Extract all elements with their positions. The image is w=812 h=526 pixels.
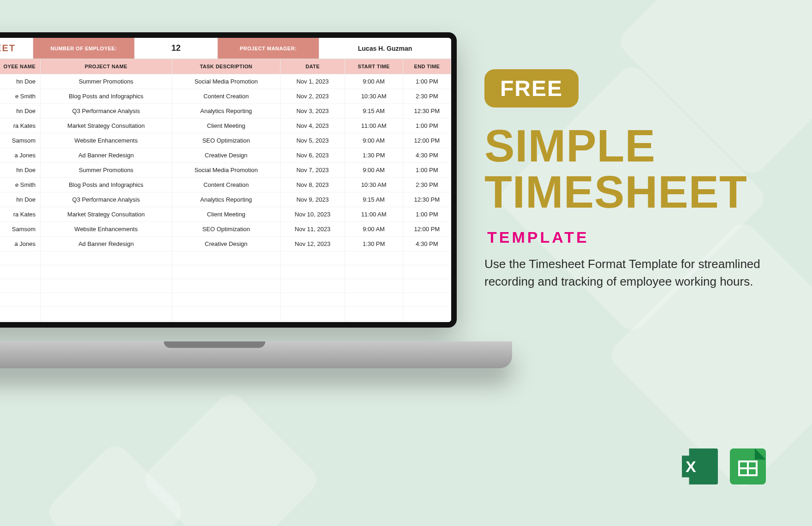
num-employee-label: NUMBER OF EMPLOYEE: (33, 38, 135, 59)
table-row: SamsomWebsite EnhancementsSEO Optimizati… (0, 222, 451, 237)
cell: 1:00 PM (403, 207, 451, 222)
cell: 9:00 AM (345, 163, 403, 178)
cell: 1:30 PM (345, 148, 403, 163)
cell: Market Strategy Consultation (41, 119, 172, 133)
sheet-header-strip: EET NUMBER OF EMPLOYEE: 12 PROJECT MANAG… (0, 38, 451, 59)
cell: Nov 12, 2023 (281, 237, 345, 251)
cell: 12:30 PM (403, 104, 451, 119)
google-sheets-icon (730, 448, 766, 484)
cell: a Jones (0, 237, 41, 251)
col-header: OYEE NAME (0, 59, 41, 74)
cell: Samsom (0, 222, 41, 237)
promo-panel: FREE SIMPLE TIMESHEET TEMPLATE Use the T… (484, 69, 780, 290)
cell: 12:00 PM (403, 133, 451, 148)
col-header: PROJECT NAME (41, 59, 172, 74)
cell: Nov 7, 2023 (281, 163, 345, 178)
cell: SEO Optimization (172, 222, 281, 237)
laptop-base (0, 341, 512, 368)
laptop-screen: EET NUMBER OF EMPLOYEE: 12 PROJECT MANAG… (0, 38, 451, 322)
title-line-2: TIMESHEET (484, 169, 780, 215)
sheet-title-fragment: EET (0, 38, 33, 59)
laptop-screen-frame: EET NUMBER OF EMPLOYEE: 12 PROJECT MANAG… (0, 32, 457, 328)
cell: ra Kates (0, 207, 41, 222)
table-row: ra KatesMarket Strategy ConsultationClie… (0, 207, 451, 222)
cell: 12:00 PM (403, 222, 451, 237)
cell: Nov 11, 2023 (281, 222, 345, 237)
cell: Nov 6, 2023 (281, 148, 345, 163)
table-row: hn DoeQ3 Performance AnalysisAnalytics R… (0, 104, 451, 119)
cell: Nov 8, 2023 (281, 178, 345, 192)
laptop-mockup: EET NUMBER OF EMPLOYEE: 12 PROJECT MANAG… (0, 32, 457, 365)
cell: a Jones (0, 148, 41, 163)
cell: ra Kates (0, 119, 41, 133)
cell: Analytics Reporting (172, 192, 281, 207)
cell: 9:15 AM (345, 192, 403, 207)
template-word: TEMPLATE (487, 228, 780, 246)
cell: Blog Posts and Infographics (41, 178, 172, 192)
cell: 9:00 AM (345, 74, 403, 89)
num-employee-value: 12 (135, 38, 218, 59)
col-header: END TIME (403, 59, 451, 74)
cell: 12:30 PM (403, 192, 451, 207)
table-row: a JonesAd Banner RedesignCreative Design… (0, 237, 451, 251)
cell: SEO Optimization (172, 133, 281, 148)
cell: 9:15 AM (345, 104, 403, 119)
table-row: a JonesAd Banner RedesignCreative Design… (0, 148, 451, 163)
cell: 10:30 AM (345, 89, 403, 104)
cell: e Smith (0, 89, 41, 104)
table-row-empty (0, 307, 451, 321)
table-row-empty (0, 265, 451, 279)
promo-description: Use the Timesheet Format Template for st… (484, 256, 770, 290)
cell: Social Media Promotion (172, 74, 281, 89)
cell: Ad Banner Redesign (41, 237, 172, 251)
cell: 2:30 PM (403, 89, 451, 104)
cell: Creative Design (172, 237, 281, 251)
cell: Q3 Performance Analysis (41, 104, 172, 119)
free-badge: FREE (484, 69, 579, 108)
cell: Summer Promotions (41, 163, 172, 178)
timesheet-table: OYEE NAMEPROJECT NAMETASK DESCRIPTIONDAT… (0, 59, 451, 322)
cell: Creative Design (172, 148, 281, 163)
cell: hn Doe (0, 192, 41, 207)
cell: 9:00 AM (345, 222, 403, 237)
cell: hn Doe (0, 163, 41, 178)
cell: 1:00 PM (403, 119, 451, 133)
cell: Nov 4, 2023 (281, 119, 345, 133)
col-header: DATE (281, 59, 345, 74)
table-row: hn DoeSummer PromotionsSocial Media Prom… (0, 163, 451, 178)
cell: 1:00 PM (403, 163, 451, 178)
cell: 11:00 AM (345, 119, 403, 133)
cell: 11:00 AM (345, 207, 403, 222)
cell: Nov 1, 2023 (281, 74, 345, 89)
cell: 9:00 AM (345, 133, 403, 148)
cell: Blog Posts and Infographics (41, 89, 172, 104)
title-line-1: SIMPLE (484, 123, 780, 169)
table-row-empty (0, 251, 451, 265)
timesheet-spreadsheet: EET NUMBER OF EMPLOYEE: 12 PROJECT MANAG… (0, 38, 451, 322)
col-header: START TIME (345, 59, 403, 74)
col-header: TASK DESCRIPTION (172, 59, 281, 74)
cell: Nov 2, 2023 (281, 89, 345, 104)
cell: 1:30 PM (345, 237, 403, 251)
excel-icon (682, 448, 718, 484)
table-row: e SmithBlog Posts and InfographicsConten… (0, 89, 451, 104)
table-row-empty (0, 293, 451, 307)
cell: Nov 9, 2023 (281, 192, 345, 207)
project-manager-label: PROJECT MANAGER: (218, 38, 319, 59)
cell: 2:30 PM (403, 178, 451, 192)
cell: e Smith (0, 178, 41, 192)
cell: 4:30 PM (403, 148, 451, 163)
table-row: SamsomWebsite EnhancementsSEO Optimizati… (0, 133, 451, 148)
table-row: hn DoeQ3 Performance AnalysisAnalytics R… (0, 192, 451, 207)
cell: Website Enhancements (41, 222, 172, 237)
cell: Client Meeting (172, 119, 281, 133)
cell: Summer Promotions (41, 74, 172, 89)
cell: Nov 5, 2023 (281, 133, 345, 148)
table-row-empty (0, 279, 451, 293)
cell: Website Enhancements (41, 133, 172, 148)
cell: 1:00 PM (403, 74, 451, 89)
cell: 10:30 AM (345, 178, 403, 192)
cell: Market Strategy Consultation (41, 207, 172, 222)
table-row-empty (0, 321, 451, 323)
cell: Content Creation (172, 89, 281, 104)
